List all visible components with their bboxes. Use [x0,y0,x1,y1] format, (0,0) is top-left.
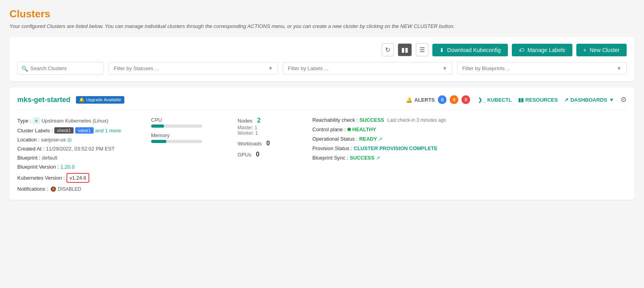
cluster-body: Type : ⎈ Upstream Kubernetes (Linux) Clu… [17,117,627,192]
manage-labels-button[interactable]: 🏷 Manage Labels [512,44,572,56]
kubectl-link[interactable]: ❯_ KUBECTL [478,97,511,103]
workloads-metric: Workloads 0 [238,140,301,147]
nodes-metric: Nodes 2 Master: 1Worker: 1 [238,117,301,136]
cluster-card: mks-get-started 🔔 Upgrade Available 🔔 AL… [9,87,635,200]
chevron-down-icon: ▼ [616,65,622,71]
metrics-column: Nodes 2 Master: 1Worker: 1 Workloads 0 G… [230,117,308,192]
list-view-button[interactable]: ☰ [416,43,428,56]
operational-status-row: Operational Status : READY ↗ [312,136,627,142]
download-kubeconfig-button[interactable]: ⬇ Download Kubeconfig [432,44,508,56]
filter-blueprints-dropdown[interactable]: Filter by Blueprints ... ▼ [457,62,627,74]
toolbar-filters: 🔍 Filter by Statuses ... ▼ Filter by Lab… [17,62,627,75]
alert-badge-orange: 0 [450,95,458,104]
cluster-header-right: 🔔 ALERTS 0 0 0 ❯_ KUBECTL ▮▮ RESOURCES [406,95,627,104]
cpu-progress-bar [151,124,202,128]
type-icon: ⎈ [33,117,40,124]
memory-progress-fill [151,140,166,143]
operational-external-link[interactable]: ↗ [378,136,382,142]
alert-badge-blue: 0 [438,95,447,104]
cpu-resource: CPU [151,117,222,128]
blueprint-version-row: Blueprint Version : 1.20.0 [17,164,135,170]
control-plane-status: HEALTHY [347,126,376,132]
memory-progress-bar [151,140,202,143]
blueprint-sync-row: Blueprint Sync : SUCCESS ↗ [312,155,627,161]
notifications-row: Notifications : 🔕 DISABLED [17,186,135,192]
and-more-link[interactable]: and 1 more [95,128,121,134]
cluster-header: mks-get-started 🔔 Upgrade Available 🔔 AL… [17,95,627,110]
search-wrap: 🔍 [17,62,104,75]
reachability-row: Reachability check : SUCCESS Last check-… [312,117,627,123]
green-dot-icon [347,128,351,131]
label-chip-check1: check1 [54,127,74,134]
cluster-actions: ❯_ KUBECTL ▮▮ RESOURCES ↗ DASHBOARDS ▼ ⚙ [478,95,627,104]
label-icon: 🏷 [519,47,524,53]
k8s-version-badge: v1.24.6 [66,173,90,183]
resources-icon: ▮▮ [518,97,524,103]
blueprint-row: Blueprint : default [17,155,135,161]
location-row: Location : sanjose-us ◎ [17,137,135,143]
gpus-metric: GPUs 0 [238,151,301,158]
bell-alerts-icon: 🔔 [406,97,412,103]
notifications-disabled: 🔕 DISABLED [50,186,81,192]
chevron-down-icon: ▼ [609,97,614,103]
memory-resource: Memory [151,132,222,143]
resource-column: CPU Memory [143,117,230,192]
cluster-name[interactable]: mks-get-started [17,96,70,104]
filter-statuses-dropdown[interactable]: Filter by Statuses ... ▼ [109,62,278,74]
type-row: Type : ⎈ Upstream Kubernetes (Linux) [17,117,135,124]
created-at-row: Created At : 11/29/2022, 03:52:02 PM EST [17,146,135,152]
settings-button[interactable]: ⚙ [620,95,627,104]
toolbar-top: ↻ ▮▮ ☰ ⬇ Download Kubeconfig 🏷 Manage La… [17,43,627,56]
dashboards-link[interactable]: ↗ DASHBOARDS ▼ [564,97,614,103]
cpu-progress-fill [151,124,164,128]
chart-icon: ↗ [564,97,568,103]
page-title: Clusters [9,8,635,20]
k8s-version-row: Kubernetes Version : v1.24.6 [17,173,135,183]
grid-view-button[interactable]: ▮▮ [398,43,412,56]
blueprint-sync-external-link[interactable]: ↗ [376,155,380,161]
page-subtitle: Your configured Clusters are listed belo… [9,23,635,29]
control-plane-row: Control plane : HEALTHY [312,126,627,132]
provision-status-row: Provision Status : CLUSTER PROVISION COM… [312,145,627,151]
new-cluster-button[interactable]: + New Cluster [576,44,627,56]
filter-labels-dropdown[interactable]: Filter by Labels ... ▼ [283,62,452,74]
search-icon: 🔍 [21,65,28,72]
plus-icon: + [583,47,587,53]
bell-mute-icon: 🔕 [50,186,56,192]
download-icon: ⬇ [439,47,444,53]
resources-link[interactable]: ▮▮ RESOURCES [518,97,558,103]
status-column: Reachability check : SUCCESS Last check-… [308,117,627,192]
alerts-section: 🔔 ALERTS 0 0 0 [406,95,470,104]
chevron-down-icon: ▼ [268,65,273,71]
terminal-icon: ❯_ [478,97,485,103]
search-input[interactable] [17,62,104,75]
alert-badge-red: 0 [461,95,470,104]
upgrade-badge: 🔔 Upgrade Available [76,96,124,104]
alerts-label: 🔔 ALERTS [406,97,435,103]
chevron-down-icon: ▼ [442,65,447,71]
refresh-button[interactable]: ↻ [382,43,394,56]
cluster-labels-row: Cluster Labels : check1 value1 and 1 mor… [17,127,135,134]
location-icon: ◎ [67,137,72,143]
bell-icon: 🔔 [79,97,85,102]
nodes-sub: Master: 1Worker: 1 [238,125,301,136]
toolbar-card: ↻ ▮▮ ☰ ⬇ Download Kubeconfig 🏷 Manage La… [9,37,635,81]
info-column: Type : ⎈ Upstream Kubernetes (Linux) Clu… [17,117,143,192]
label-chip-value1: value1 [75,127,93,134]
